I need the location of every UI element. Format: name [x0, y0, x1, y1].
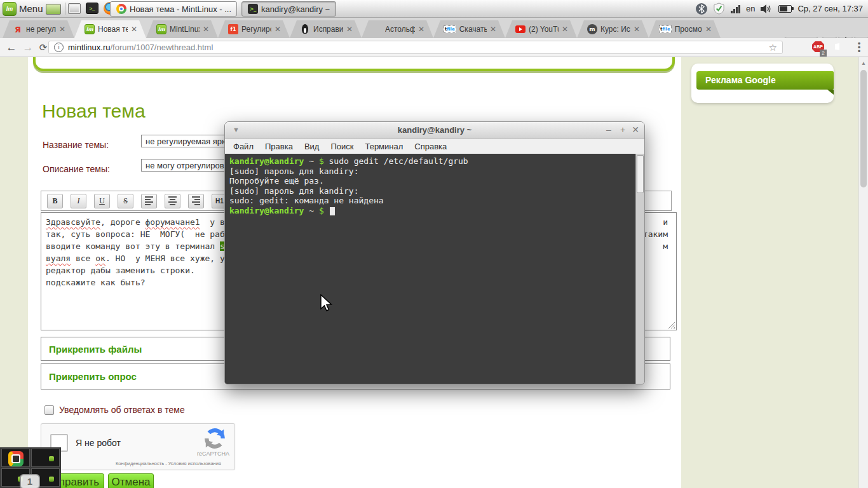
browser-tab-5[interactable]: Исправит✕ — [290, 20, 362, 38]
notify-checkbox[interactable] — [44, 405, 54, 415]
browser-tab-7[interactable]: tfileСкачать т✕ — [433, 20, 505, 38]
mint-menu-icon[interactable]: lm — [3, 2, 17, 16]
back-button[interactable]: ← — [4, 38, 19, 57]
tab-close-icon[interactable]: ✕ — [705, 25, 712, 34]
bluetooth-icon[interactable] — [696, 3, 707, 15]
browser-tab-2[interactable]: lmНовая те✕ — [74, 20, 146, 38]
shield-check-icon[interactable] — [713, 3, 725, 15]
office-extension-icon[interactable] — [832, 41, 845, 54]
terminal-screen[interactable]: kandiry@kandiry ~ $ sudo gedit /etc/defa… — [225, 154, 644, 384]
tab-close-icon[interactable]: ✕ — [418, 25, 424, 34]
visual-bookmarks-extension-icon[interactable] — [791, 41, 804, 54]
cancel-button[interactable]: Отмена — [108, 473, 154, 488]
textarea-resize-handle[interactable] — [668, 322, 675, 329]
tab-close-icon[interactable]: ✕ — [131, 25, 137, 34]
tab-title: Просмотр — [675, 25, 702, 34]
address-bar[interactable]: i mintlinux.ru/forum/1007/newthread.html… — [48, 41, 783, 54]
browser-menu-icon[interactable]: ••• — [853, 41, 865, 55]
network-signal-icon[interactable] — [731, 4, 740, 13]
tab-title: (2) YouTu — [529, 25, 559, 34]
workspace-thumbnail-2[interactable] — [31, 449, 60, 467]
terminal-output: kandiry@kandiry ~ $ sudo gedit /etc/defa… — [229, 156, 633, 215]
terminal-scrollbar[interactable] — [635, 154, 644, 384]
terminal-titlebar[interactable]: ▼ kandiry@kandiry ~ – + ✕ — [225, 122, 644, 139]
browser-toolbar: ← → ⟳ i mintlinux.ru/forum/1007/newthrea… — [0, 38, 868, 57]
terminal-close-button[interactable]: ✕ — [630, 125, 641, 135]
clock[interactable]: Ср, 27 сен, 17:37 — [797, 4, 863, 13]
bookmark-star-icon[interactable]: ☆ — [769, 42, 777, 53]
editor-align-left-button[interactable] — [141, 194, 157, 208]
taskbar-window-button-2[interactable]: >_kandiry@kandiry ~ — [241, 1, 336, 17]
menu-button[interactable]: Menu — [19, 0, 43, 17]
recaptcha-terms[interactable]: Конфиденциальность - Условия использован… — [107, 461, 229, 466]
tab-close-icon[interactable]: ✕ — [562, 25, 568, 34]
terminal-menu-1[interactable]: Файл — [233, 142, 254, 151]
volume-icon[interactable] — [761, 4, 773, 14]
browser-scrollbar[interactable]: ▲ — [858, 57, 868, 488]
mint-favicon: lm — [85, 24, 95, 34]
workspace-number-badge: 1 — [20, 474, 40, 488]
browser-tab-4[interactable]: f1Регулиро✕ — [218, 20, 290, 38]
recaptcha-label: Я не робот — [76, 438, 121, 448]
scrollbar-thumb[interactable] — [860, 70, 867, 187]
workspace-thumbnail-1[interactable] — [1, 449, 30, 467]
ad-sidebar-box: Реклама Google — [691, 64, 834, 103]
system-tray: en Ср, 27 сен, 17:37 — [696, 0, 868, 17]
tfile-favicon: tfile — [444, 25, 456, 33]
terminal-menu-5[interactable]: Терминал — [365, 142, 403, 151]
browser-tab-strip: Яне регули✕lmНовая те✕lmMintLinux✕f1Регу… — [0, 17, 868, 38]
browser-tab-10[interactable]: tfileПросмотр✕ — [649, 20, 721, 38]
editor-align-center-button[interactable] — [165, 194, 180, 208]
taskbar-window-button-1[interactable]: Новая тема - MintLinux - ... — [110, 1, 237, 17]
attach-files-link[interactable]: Прикрепить файлы — [49, 344, 142, 355]
editor-italic-button[interactable]: I — [71, 194, 86, 208]
browser-tab-3[interactable]: lmMintLinux✕ — [146, 20, 218, 38]
launcher-files-icon[interactable] — [67, 1, 81, 15]
browser-tab-1[interactable]: Яне регули✕ — [3, 20, 74, 38]
adblock-extension-icon[interactable]: ABP 2 — [812, 41, 825, 54]
forward-button[interactable]: → — [20, 38, 36, 57]
tab-close-icon[interactable]: ✕ — [203, 25, 209, 34]
browser-tab-9[interactable]: mКурс: Ист✕ — [577, 20, 649, 38]
taskbar-window-label: Новая тема - MintLinux - ... — [130, 4, 231, 14]
tab-close-icon[interactable]: ✕ — [490, 25, 496, 34]
terminal-window[interactable]: ▼ kandiry@kandiry ~ – + ✕ ФайлПравкаВидП… — [224, 121, 645, 384]
url-text[interactable]: mintlinux.ru/forum/1007/newthread.html — [68, 43, 764, 52]
terminal-minimize-button[interactable]: – — [604, 125, 614, 135]
terminal-maximize-button[interactable]: + — [618, 125, 628, 135]
tab-close-icon[interactable]: ✕ — [634, 25, 640, 34]
scrollbar-up-arrow[interactable]: ▲ — [859, 57, 868, 66]
show-desktop-icon[interactable] — [46, 4, 61, 15]
terminal-line: Попробуйте ещё раз. — [229, 176, 633, 186]
page-title: Новая тема — [42, 100, 146, 122]
keyboard-layout-indicator[interactable]: en — [746, 4, 755, 13]
attach-poll-link[interactable]: Прикрепить опрос — [49, 371, 137, 382]
browser-tab-6[interactable]: Астольф✕ — [362, 20, 433, 38]
tab-title: Новая те — [98, 25, 128, 34]
chrome-favicon — [116, 4, 126, 14]
tab-close-icon[interactable]: ✕ — [59, 25, 65, 34]
terminal-menu-3[interactable]: Вид — [304, 142, 320, 151]
terminal-scrollbar-thumb[interactable] — [637, 155, 644, 193]
terminal-menu-2[interactable]: Правка — [265, 142, 293, 151]
terminal-favicon: >_ — [248, 4, 258, 14]
tab-list: Яне регули✕lmНовая те✕lmMintLinux✕f1Регу… — [3, 20, 721, 38]
desktop-panel: lm Menu >_ Новая тема - MintLinux - ...>… — [0, 0, 868, 18]
editor-align-right-button[interactable] — [188, 194, 204, 208]
browser-tab-8[interactable]: (2) YouTu✕ — [505, 20, 577, 38]
terminal-menu-6[interactable]: Справка — [414, 142, 447, 151]
notify-label: Уведомлять об ответах в теме — [59, 405, 185, 415]
tab-close-icon[interactable]: ✕ — [275, 25, 281, 34]
page-info-icon[interactable]: i — [54, 43, 64, 52]
adblock-badge: 2 — [820, 50, 827, 57]
tab-close-icon[interactable]: ✕ — [346, 25, 353, 34]
terminal-line: sudo: gedit: команда не найдена — [229, 196, 633, 206]
editor-strike-button[interactable]: S — [118, 194, 133, 208]
editor-underline-button[interactable]: U — [94, 194, 110, 208]
editor-bold-button[interactable]: B — [47, 194, 63, 208]
terminal-menu-4[interactable]: Поиск — [330, 142, 353, 151]
battery-icon[interactable] — [778, 5, 792, 13]
recaptcha-widget: Я не робот reCAPTCHA Конфиденциальность … — [41, 423, 235, 470]
launcher-terminal-icon[interactable]: >_ — [85, 1, 99, 15]
recaptcha-logo-icon — [204, 428, 226, 452]
